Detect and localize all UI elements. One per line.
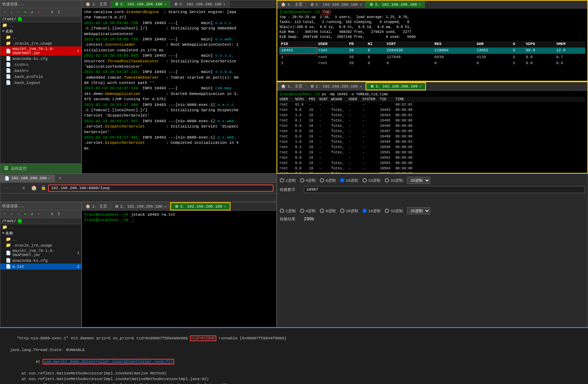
convert-result-label: 转换结果 <box>280 216 301 222</box>
terminal-tabs-upper[interactable]: 🏠 1. 主页 🖥 2. 192.168.206.100 ✕ 🖥 3. 192.… <box>277 1 587 9</box>
radio-btn-8-output[interactable] <box>320 209 324 213</box>
radio-btn-4-output[interactable] <box>300 209 304 213</box>
radio-btn-8-input[interactable] <box>320 178 324 182</box>
fm-item[interactable]: 📄 anaconda-ks.cfg <box>0 56 81 62</box>
fm-icon-right[interactable]: → <box>16 9 21 15</box>
radio-btn-4-input[interactable] <box>300 178 304 182</box>
radio-8-input[interactable]: 8进制 <box>320 178 336 183</box>
radio-4-input[interactable]: 4进制 <box>300 178 316 183</box>
fm-icon-right-b[interactable]: → <box>16 211 21 217</box>
tab-home-lower[interactable]: 🏠 1. 主页 <box>277 83 306 90</box>
fm-icon-close-b[interactable]: ✕ <box>36 211 41 217</box>
fm-item[interactable]: 📁 .. <box>0 34 81 40</box>
browser-tab-active[interactable]: 📄 192.168.206.100 ✕ <box>0 175 55 182</box>
radio-btn-2-output[interactable] <box>280 209 284 213</box>
radio-btn-32-input[interactable] <box>385 178 389 182</box>
forward-button[interactable]: → <box>12 185 18 192</box>
radio-2-input[interactable]: 2进制 <box>280 178 296 183</box>
fm-item[interactable]: 📄 anaconda-ks.cfg <box>0 258 81 264</box>
home-button[interactable]: 🏠 <box>29 184 39 192</box>
fm-icon-down-b[interactable]: ↓ <box>9 211 15 217</box>
convert-number-input[interactable] <box>304 186 585 193</box>
fm-item[interactable]: 📄 .tcshrc <box>0 62 81 68</box>
radio-16-output[interactable]: 16进制 <box>362 208 381 214</box>
fm-icon-A[interactable]: A <box>49 9 55 15</box>
fm-icon-bar-top[interactable]: ↑ ↓ → ● ↺ ✕ ✓ A I <box>0 8 81 16</box>
output-base-dropdown[interactable]: 16进制 2进制 10进制 <box>407 207 430 214</box>
fm-icon-up-b[interactable]: ↑ <box>2 211 8 217</box>
tab-close-icon[interactable]: ✕ <box>420 84 422 89</box>
tab-192-2[interactable]: 🖥 2. 192.168.206.100 ✕ <box>111 1 170 7</box>
tab-close-icon[interactable]: ✕ <box>164 2 166 6</box>
fm-item[interactable]: 📄 .bash_profile <box>0 74 81 80</box>
tab-close-icon[interactable]: ✕ <box>164 204 166 209</box>
radio-10-input[interactable]: 10进制 <box>340 178 358 183</box>
fm-icon-reload[interactable]: ↺ <box>29 9 35 15</box>
radio-10-output[interactable]: 10进制 <box>340 208 358 214</box>
tab-close-icon[interactable]: ✕ <box>48 176 50 180</box>
fm-item-atxt[interactable]: 📄 a.txt 2 <box>0 264 81 270</box>
tab-close-icon[interactable]: ✕ <box>360 84 362 89</box>
fm-item[interactable]: 📁 .. <box>0 22 81 28</box>
new-tab-button[interactable]: + <box>55 174 65 182</box>
tab-192-lower-3[interactable]: 🖥 3. 192.168.206.100 ✕ <box>366 82 426 90</box>
tab-192-upper-3[interactable]: 🖥 3. 192.168.206.100 ✕ <box>366 1 425 8</box>
fm-item[interactable]: 📁 .. <box>0 236 81 242</box>
fm-icon-I[interactable]: I <box>56 9 62 15</box>
radio-32-input[interactable]: 32进制 <box>385 178 403 183</box>
radio-32-output[interactable]: 32进制 <box>385 208 403 214</box>
fm-icon-A-b[interactable]: A <box>49 211 55 217</box>
fm-icon-bar-bottom[interactable]: ↑ ↓ → ● ↺ ✕ ✓ A I <box>0 210 81 218</box>
tab-home-bot[interactable]: 🏠 1. 主页 <box>82 203 111 210</box>
tab-192-bot-2[interactable]: 🖥 2. 192.168.206.100 ✕ <box>111 203 170 210</box>
fm-icon-refresh[interactable]: ● <box>22 9 28 15</box>
url-input[interactable] <box>48 185 273 192</box>
tab-192-lower-2[interactable]: 🖥 2. 192.168.206.100 ✕ <box>306 83 366 90</box>
stop-button[interactable]: ✕ <box>21 184 27 192</box>
fm-item[interactable]: 📁 .oracle_jre_usage <box>0 242 81 248</box>
tab-close-icon[interactable]: ✕ <box>224 204 226 209</box>
terminal-tabs-lower[interactable]: 🏠 1. 主页 🖥 2. 192.168.206.100 ✕ 🖥 3. 192.… <box>277 82 587 91</box>
radio-btn-16-input[interactable] <box>362 178 367 182</box>
fm-item[interactable]: 📁 .oracle_jre_usage <box>0 40 81 46</box>
ps-cell: 10496 <box>380 124 394 128</box>
fm-file-list-top[interactable]: 📁 .. ▼ 名称 📁 .. 📁 .oracle_jre_usage 📄 <box>0 22 81 163</box>
radio-btn-16-output[interactable] <box>362 209 367 213</box>
fm-icon-refresh-b[interactable]: ● <box>22 211 28 217</box>
fm-icon-check-b[interactable]: ✓ <box>43 211 48 217</box>
radio-2-output[interactable]: 2进制 <box>280 208 296 214</box>
tab-close-icon[interactable]: ✕ <box>419 2 421 7</box>
radio-btn-2-input[interactable] <box>280 178 284 182</box>
fm-item-jar-b[interactable]: 📄 mayikt_jvm_70-1.0-SNAPSHOT.jar 1 <box>0 248 81 258</box>
radio-btn-10-output[interactable] <box>340 209 344 213</box>
terminal-tabs-top-center[interactable]: 🏠 1. 主页 🖥 2. 192.168.206.100 ✕ 🖥 3. 192.… <box>82 0 276 8</box>
fm-icon-close[interactable]: ✕ <box>36 9 41 15</box>
fm-item[interactable]: 📄 .bash_logout <box>0 80 81 86</box>
radio-4-output[interactable]: 4进制 <box>300 208 316 214</box>
fm-item[interactable]: 📄 .bashrc <box>0 68 81 74</box>
radio-8-output[interactable]: 8进制 <box>320 208 336 214</box>
tab-home-upper[interactable]: 🏠 1. 主页 <box>277 1 306 8</box>
fm-item-size: 1 <box>72 251 79 255</box>
radio-btn-10-input[interactable] <box>340 178 344 182</box>
tab-close-icon[interactable]: ✕ <box>223 2 226 6</box>
tab-192-upper-2[interactable]: 🖥 2. 192.168.206.100 ✕ <box>306 1 366 8</box>
radio-btn-32-output[interactable] <box>385 209 389 213</box>
fm-item-jar[interactable]: 📄 mayikt_jvm_70-1.0-SNAPSHOT.jar 1 <box>0 46 81 56</box>
input-base-dropdown[interactable]: 10进制 2进制 16进制 <box>407 177 430 184</box>
terminal-tabs-bottom[interactable]: 🏠 1. 主页 🖥 2. 192.168.206.100 ✕ 🖥 3. 192.… <box>82 202 276 211</box>
tab-close-icon[interactable]: ✕ <box>360 2 362 7</box>
fm-icon-check[interactable]: ✓ <box>43 9 48 15</box>
back-button[interactable]: ← <box>3 185 10 192</box>
tab-192-bot-3[interactable]: 🖥 3. 192.168.206.100 ✕ <box>170 202 231 210</box>
tab-192-3[interactable]: 🖥 3. 192.168.206.100 ✕ <box>170 1 229 7</box>
fm-icon-up[interactable]: ↑ <box>2 9 8 15</box>
browser-tabs[interactable]: 📄 192.168.206.100 ✕ + <box>0 174 276 183</box>
fm-item[interactable]: 📁 .. <box>0 224 81 230</box>
radio-16-input[interactable]: 16进制 <box>362 178 381 183</box>
fm-file-list-bottom[interactable]: 📁 .. ▼ 名称 📁 .. 📁 .ora <box>0 224 81 327</box>
fm-icon-I-b[interactable]: I <box>56 211 62 217</box>
tab-home-1[interactable]: 🏠 1. 主页 <box>82 0 111 8</box>
fm-icon-reload-b[interactable]: ↺ <box>29 211 35 217</box>
fm-icon-down[interactable]: ↓ <box>9 9 15 15</box>
